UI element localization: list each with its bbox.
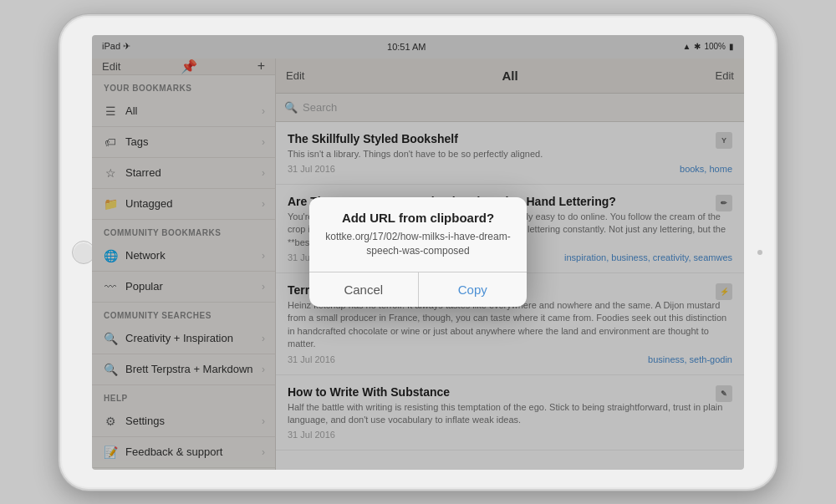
dialog-box: Add URL from clipboard? kottke.org/17/02…: [309, 197, 527, 307]
dialog-copy-button[interactable]: Copy: [419, 272, 528, 307]
ipad-frame: iPad ✈ 10:51 AM ▲ ✱ 100% ▮ Edit 📌 + YOUR…: [59, 14, 777, 491]
dialog-buttons: Cancel Copy: [309, 272, 527, 307]
dialog-title: Add URL from clipboard?: [309, 197, 527, 230]
screen: iPad ✈ 10:51 AM ▲ ✱ 100% ▮ Edit 📌 + YOUR…: [92, 35, 744, 470]
content-panel: Edit All Edit 🔍 Search Y The Skillfully …: [276, 59, 744, 470]
dialog-overlay: Add URL from clipboard? kottke.org/17/02…: [276, 59, 744, 470]
right-dot: [757, 250, 762, 255]
dialog-url: kottke.org/17/02/how-milks-i-have-dream-…: [309, 230, 527, 272]
dialog-cancel-button[interactable]: Cancel: [309, 272, 419, 307]
main-area: Edit 📌 + YOUR BOOKMARKS ☰ All › 🏷 Tags ›…: [92, 59, 744, 470]
